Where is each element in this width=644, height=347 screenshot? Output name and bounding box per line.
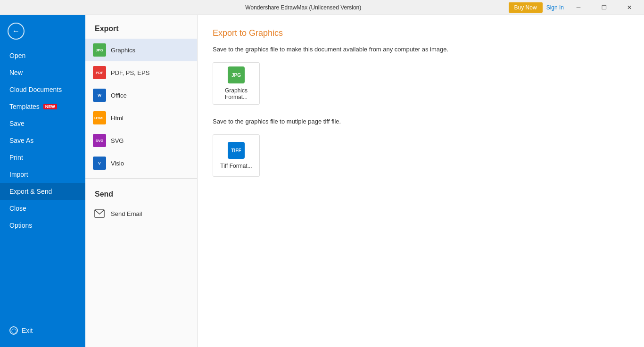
sidebar-item-open[interactable]: Open	[0, 47, 85, 64]
jpg-card-icon: JPG	[228, 66, 245, 83]
exit-icon: ◯	[9, 326, 18, 335]
tiff-format-card[interactable]: TIFF Tiff Format...	[213, 134, 260, 177]
panel-divider	[85, 178, 197, 179]
sidebar-item-label: Print	[9, 154, 23, 161]
content-desc2: Save to the graphics file to mutiple pag…	[213, 118, 629, 125]
sidebar-item-templates[interactable]: Templates NEW	[0, 98, 85, 115]
format-cards-row1: JPG Graphics Format...	[213, 62, 629, 105]
export-section-title: Export	[85, 15, 197, 39]
panel-item-pdf[interactable]: PDF PDF, PS, EPS	[85, 61, 197, 84]
main-layout: ← Open New Cloud Documents Templates NEW…	[0, 15, 644, 347]
tiff-card-icon: TIFF	[228, 142, 245, 159]
sidebar-item-export-send[interactable]: Export & Send	[0, 183, 85, 200]
sidebar-item-cloud-documents[interactable]: Cloud Documents	[0, 81, 85, 98]
panel-item-graphics[interactable]: JPG Graphics	[85, 39, 197, 61]
format-cards-row2: TIFF Tiff Format...	[213, 134, 629, 177]
sidebar: ← Open New Cloud Documents Templates NEW…	[0, 15, 85, 347]
graphics-card-label: Graphics Format...	[213, 87, 259, 100]
sidebar-item-label: New	[9, 69, 23, 76]
panel-item-visio[interactable]: V Visio	[85, 152, 197, 174]
sidebar-item-label: Open	[9, 52, 25, 59]
exit-container: ◯ Exit	[9, 326, 33, 335]
close-window-button[interactable]: ✕	[619, 0, 640, 15]
panel-item-label: Office	[111, 92, 127, 99]
sidebar-back: ←	[0, 15, 85, 47]
sidebar-item-label: Import	[9, 171, 28, 178]
middle-panel: Export JPG Graphics PDF PDF, PS, EPS W O…	[85, 15, 198, 347]
graphics-format-card[interactable]: JPG Graphics Format...	[213, 62, 260, 105]
panel-item-html[interactable]: HTML Html	[85, 107, 197, 129]
sidebar-item-label: Options	[9, 222, 32, 229]
minimize-button[interactable]: ─	[568, 0, 589, 15]
panel-item-label: Visio	[111, 160, 124, 167]
sign-in-link[interactable]: Sign In	[546, 4, 564, 11]
html-format-icon: HTML	[93, 111, 106, 124]
panel-item-label: Html	[111, 115, 124, 122]
panel-item-label: Graphics	[111, 47, 135, 54]
restore-button[interactable]: ❐	[593, 0, 615, 15]
sidebar-item-label: Save As	[9, 137, 33, 144]
sidebar-item-options[interactable]: Options	[0, 217, 85, 234]
panel-item-office[interactable]: W Office	[85, 84, 197, 107]
panel-item-svg[interactable]: SVG SVG	[85, 129, 197, 152]
pdf-format-icon: PDF	[93, 66, 106, 79]
content-title: Export to Graphics	[213, 28, 629, 38]
content-area: Export to Graphics Save to the graphics …	[198, 15, 644, 347]
sidebar-item-close[interactable]: Close	[0, 200, 85, 217]
tiff-card-label: Tiff Format...	[220, 163, 252, 169]
sidebar-item-save[interactable]: Save	[0, 115, 85, 132]
graphics-format-icon: JPG	[93, 43, 106, 57]
sidebar-item-save-as[interactable]: Save As	[0, 132, 85, 149]
panel-item-label: PDF, PS, EPS	[111, 69, 149, 76]
titlebar-actions: Buy Now Sign In ─ ❐ ✕	[509, 0, 640, 15]
exit-label: Exit	[22, 327, 33, 334]
email-icon	[93, 207, 106, 220]
sidebar-item-print[interactable]: Print	[0, 149, 85, 166]
sidebar-item-label: Cloud Documents	[9, 86, 62, 93]
new-badge: NEW	[43, 104, 57, 109]
sidebar-item-label: Export & Send	[9, 188, 52, 195]
sidebar-item-label: Templates	[9, 103, 40, 110]
office-format-icon: W	[93, 89, 106, 102]
sidebar-item-new[interactable]: New	[0, 64, 85, 81]
content-desc1: Save to the graphics file to make this d…	[213, 46, 629, 53]
titlebar-title: Wondershare EdrawMax (Unlicensed Version…	[98, 4, 509, 11]
send-section-title: Send	[85, 182, 197, 202]
panel-item-send-email[interactable]: Send Email	[85, 202, 197, 225]
panel-item-label: Send Email	[111, 210, 142, 217]
back-button[interactable]: ←	[8, 23, 25, 40]
sidebar-item-label: Save	[9, 120, 25, 127]
buy-now-button[interactable]: Buy Now	[509, 2, 543, 13]
sidebar-item-import[interactable]: Import	[0, 166, 85, 183]
sidebar-item-exit[interactable]: ◯ Exit	[0, 322, 85, 339]
panel-item-label: SVG	[111, 137, 124, 144]
svg-format-icon: SVG	[93, 134, 106, 147]
visio-format-icon: V	[93, 157, 106, 170]
titlebar: Wondershare EdrawMax (Unlicensed Version…	[0, 0, 644, 15]
sidebar-item-label: Close	[9, 205, 26, 212]
